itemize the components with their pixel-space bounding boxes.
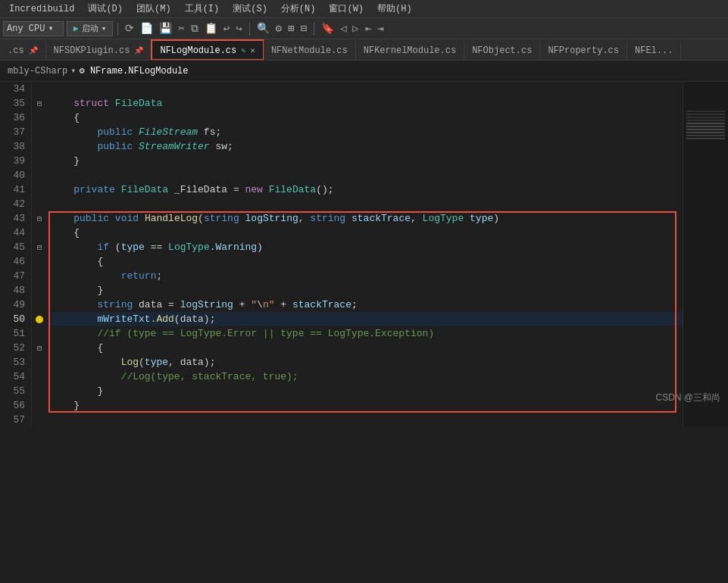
tab-cs[interactable]: .cs 📌: [0, 40, 46, 60]
breakpoint-icon: [36, 316, 43, 323]
code-line-40: [50, 168, 683, 182]
toolbar-icon-16[interactable]: ⇤: [363, 22, 373, 35]
toolbar-icon-group-2: 🔍 ⚙ ⊞ ⊟: [255, 22, 309, 35]
ln-35: 35: [3, 96, 25, 111]
code-line-53: Log ( type , data);: [50, 355, 683, 369]
cpu-label: Any CPU: [7, 23, 45, 34]
toolbar-icon-11[interactable]: ⊞: [286, 22, 296, 35]
tab-nfel[interactable]: NFEl...: [627, 40, 681, 60]
gutter-47: [32, 269, 47, 283]
toolbar-icon-group-3: 🔖 ◁ ▷ ⇤ ⇥: [319, 22, 386, 35]
code-line-55: }: [50, 384, 683, 398]
ln-57: 57: [3, 413, 25, 427]
toolbar-icon-group-1: ⟳ 📄 💾 ✂ ⧉ 📋 ↩ ↪: [123, 22, 244, 35]
toolbar-icon-12[interactable]: ⊟: [298, 22, 308, 35]
ln-56: 56: [3, 398, 25, 413]
code-area[interactable]: struct FileData { public FileStream fs;: [47, 82, 683, 427]
tab-nfnet[interactable]: NFNetModule.cs: [264, 40, 356, 60]
ln-44: 44: [3, 226, 25, 240]
gutter-49: [32, 298, 47, 312]
start-button[interactable]: ▶ 启动 ▾: [67, 21, 113, 36]
code-line-35: struct FileData: [50, 96, 683, 111]
tab-nfsdk[interactable]: NFSDKPlugin.cs 📌: [46, 40, 152, 60]
toolbar: Any CPU ▾ ▶ 启动 ▾ ⟳ 📄 💾 ✂ ⧉ 📋 ↩ ↪ 🔍 ⚙ ⊞ ⊟…: [0, 18, 728, 39]
breadcrumb-sep: ▾: [70, 65, 76, 76]
code-line-39: }: [50, 154, 683, 168]
editor-wrapper: mbly-CSharp ▾ ⚙ NFrame.NFLogModule 34 35…: [0, 61, 728, 427]
gutter-52[interactable]: ⊟: [32, 341, 47, 355]
menu-analyze[interactable]: 分析(N): [275, 1, 322, 17]
toolbar-icon-4[interactable]: ✂: [176, 22, 186, 35]
menu-help[interactable]: 帮助(H): [371, 1, 418, 17]
ln-48: 48: [3, 283, 25, 298]
gutter-51: [32, 326, 47, 341]
gutter-38: [32, 139, 47, 154]
code-line-42: [50, 197, 683, 211]
gutter-46: [32, 254, 47, 269]
cpu-dropdown-arrow: ▾: [48, 23, 53, 34]
code-line-48: }: [50, 283, 683, 298]
gutter-39: [32, 154, 47, 168]
code-line-38: public StreamWriter sw;: [50, 139, 683, 154]
gutter-48: [32, 283, 47, 298]
tab-nflog[interactable]: NFLogModule.cs ✎ ✕: [152, 40, 263, 60]
ln-42: 42: [3, 197, 25, 211]
toolbar-icon-10[interactable]: ⚙: [273, 22, 284, 35]
watermark: CSDN @三和尚: [655, 391, 720, 404]
cpu-dropdown[interactable]: Any CPU ▾: [3, 21, 64, 36]
toolbar-icon-3[interactable]: 💾: [157, 22, 174, 35]
toolbar-icon-2[interactable]: 📄: [138, 22, 155, 35]
tab-nfprop[interactable]: NFProperty.cs: [540, 40, 627, 60]
tab-nfobject[interactable]: NFObject.cs: [464, 40, 540, 60]
collapse-gutter: ⊟ ⊟ ⊟ ⊟: [32, 82, 47, 427]
bookmark-icon[interactable]: 🔖: [319, 22, 336, 35]
code-line-45: if ( type == LogType . Warning ): [50, 240, 683, 254]
tab-nflog-close[interactable]: ✕: [250, 45, 255, 55]
ln-51: 51: [3, 326, 25, 341]
toolbar-icon-9[interactable]: 🔍: [255, 22, 272, 35]
ln-40: 40: [3, 168, 25, 182]
play-icon: ▶: [73, 23, 79, 33]
toolbar-sep-3: [314, 22, 314, 36]
ln-34: 34: [3, 82, 25, 96]
gutter-45[interactable]: ⊟: [32, 240, 47, 254]
code-line-36: {: [50, 111, 683, 125]
toolbar-icon-17[interactable]: ⇥: [375, 22, 386, 35]
menu-tools[interactable]: 工具(I): [179, 1, 226, 17]
gutter-44: [32, 226, 47, 240]
tab-nfprop-label: NFProperty.cs: [548, 45, 619, 56]
gutter-50: [32, 312, 47, 326]
menu-team[interactable]: 团队(M): [130, 1, 177, 17]
ln-47: 47: [3, 269, 25, 283]
code-line-47: return ;: [50, 269, 683, 283]
code-line-50: mWriteTxt . Add (data);: [50, 312, 683, 326]
menu-window[interactable]: 窗口(W): [323, 1, 370, 17]
ln-55: 55: [3, 384, 25, 398]
tab-nflog-modified: ✎: [241, 46, 245, 55]
minimap: [683, 82, 728, 427]
tab-nfnet-label: NFNetModule.cs: [271, 45, 348, 56]
toolbar-icon-5[interactable]: ⧉: [189, 23, 201, 35]
menu-debug[interactable]: 调试(D): [82, 1, 129, 17]
ln-37: 37: [3, 125, 25, 139]
code-line-51: //if (type == LogType.Error || type == L…: [50, 326, 683, 341]
gutter-42: [32, 197, 47, 211]
code-line-41: private FileData _FileData = new FileDat…: [50, 182, 683, 197]
gutter-55: [32, 384, 47, 398]
menu-test[interactable]: 测试(S): [227, 1, 273, 17]
toolbar-icon-15[interactable]: ▷: [350, 22, 361, 35]
toolbar-icon-1[interactable]: ⟳: [123, 22, 136, 35]
toolbar-icon-7[interactable]: ↩: [221, 22, 232, 35]
toolbar-icon-14[interactable]: ◁: [338, 22, 348, 35]
gutter-43[interactable]: ⊟: [32, 211, 47, 226]
toolbar-icon-8[interactable]: ↪: [233, 22, 244, 35]
toolbar-icon-6[interactable]: 📋: [202, 22, 220, 35]
tab-nfkernel[interactable]: NFKernelModule.cs: [356, 40, 464, 60]
gutter-40: [32, 168, 47, 182]
code-line-34: [50, 82, 683, 96]
gutter-35[interactable]: ⊟: [32, 96, 47, 111]
menu-incredibuild[interactable]: Incredibuild: [3, 2, 80, 16]
code-line-44: {: [50, 226, 683, 240]
tab-nfkernel-label: NFKernelModule.cs: [364, 45, 456, 56]
ln-54: 54: [3, 369, 25, 384]
